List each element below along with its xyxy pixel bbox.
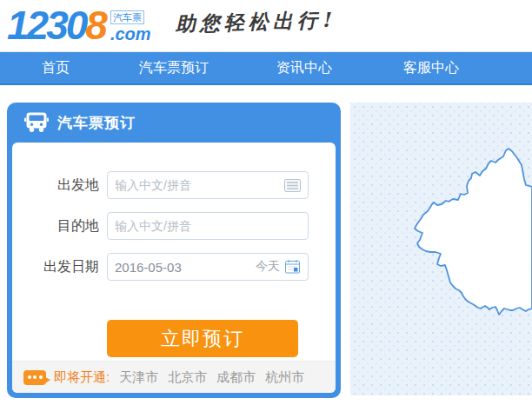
logo-number: 12308 [7, 8, 105, 43]
site-slogan: 助您轻松出行! [175, 7, 335, 45]
today-shortcut[interactable]: 今天 [256, 259, 280, 275]
departure-label: 出发地 [12, 176, 99, 195]
departure-row: 出发地 [12, 171, 336, 199]
province-outline-beijing [350, 103, 532, 395]
coming-soon-bar: 即将开通: 天津市 北京市 成都市 杭州市 [12, 361, 336, 393]
date-input-box[interactable]: 2016-05-03 今天 [107, 253, 309, 281]
date-label: 出发日期 [12, 258, 99, 276]
calendar-icon[interactable] [285, 260, 301, 274]
site-logo[interactable]: 12308 汽车票 .com [7, 8, 151, 43]
nav-item-home[interactable]: 首页 [42, 59, 70, 77]
logo-product-tag: 汽车票 [110, 10, 144, 24]
departure-input-box [107, 171, 309, 199]
destination-input-box [107, 212, 309, 240]
nav-item-news-center[interactable]: 资讯中心 [276, 59, 332, 77]
coming-soon-city-beijing[interactable]: 北京市 [168, 369, 207, 386]
destination-row: 目的地 [12, 212, 336, 240]
city-list-icon[interactable] [284, 179, 301, 192]
region-map [350, 103, 532, 395]
departure-input[interactable] [115, 178, 284, 192]
nav-item-bus-ticket-booking[interactable]: 汽车票预订 [139, 59, 209, 77]
main-content: 汽车票预订 出发地 目的地 [0, 85, 532, 398]
coming-soon-city-tianjin[interactable]: 天津市 [119, 369, 158, 386]
date-row: 出发日期 2016-05-03 今天 [12, 253, 336, 281]
booking-form: 出发地 目的地 [12, 143, 336, 393]
chat-bubble-icon [23, 370, 46, 385]
site-header: 12308 汽车票 .com 助您轻松出行! [0, 0, 532, 52]
destination-input[interactable] [115, 219, 301, 233]
booking-panel-header: 汽车票预订 [7, 103, 341, 143]
logo-number-accent: 8 [85, 3, 105, 48]
date-value[interactable]: 2016-05-03 [115, 260, 256, 275]
bus-icon [24, 112, 49, 133]
nav-item-customer-service[interactable]: 客服中心 [403, 59, 459, 77]
coming-soon-city-hangzhou[interactable]: 杭州市 [265, 369, 304, 386]
book-now-button[interactable]: 立即预订 [107, 320, 298, 357]
logo-domain: .com [110, 24, 151, 43]
destination-label: 目的地 [12, 217, 99, 236]
main-nav: 首页 汽车票预订 资讯中心 客服中心 [0, 52, 532, 85]
coming-soon-city-chengdu[interactable]: 成都市 [216, 369, 256, 386]
coming-soon-label: 即将开通: [54, 369, 110, 386]
booking-panel-title: 汽车票预订 [57, 113, 136, 133]
booking-panel: 汽车票预订 出发地 目的地 [7, 103, 341, 398]
